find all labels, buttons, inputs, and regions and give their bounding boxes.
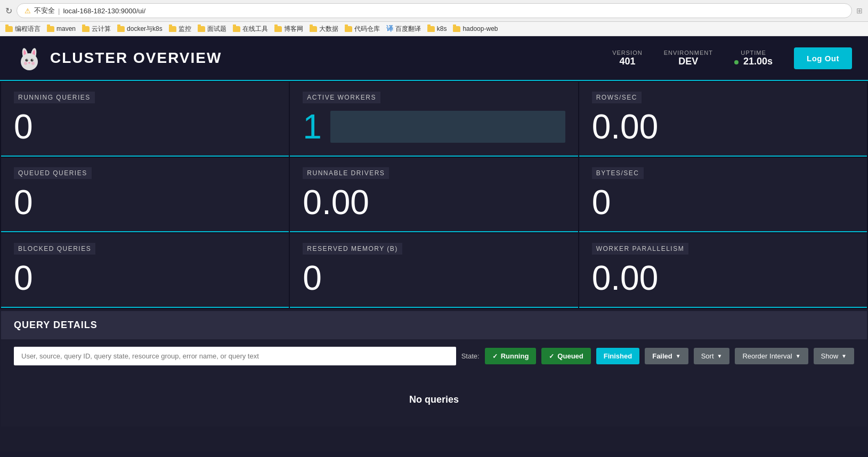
bookmark-label: 百度翻译	[395, 25, 421, 34]
bookmark-bkw[interactable]: 博客网	[274, 25, 303, 34]
filter-failed-button[interactable]: Failed ▼	[645, 348, 688, 364]
check-icon: ✓	[549, 353, 554, 360]
bookmark-label: 大数据	[319, 25, 338, 34]
filter-queued-button[interactable]: ✓ Queued	[541, 348, 590, 364]
filter-running-button[interactable]: ✓ Running	[485, 348, 537, 364]
bookmark-label: docker与k8s	[127, 25, 163, 34]
warning-text: 不安全	[34, 6, 55, 15]
bookmark-label: maven	[56, 25, 76, 32]
bookmark-maven[interactable]: maven	[47, 25, 76, 32]
bookmark-mianshiti[interactable]: 面试题	[198, 25, 226, 34]
folder-icon	[233, 26, 240, 32]
folder-icon	[274, 26, 282, 32]
stat-label-bytes: BYTES/SEC	[592, 167, 644, 179]
svg-point-4	[21, 53, 38, 70]
folder-icon	[310, 26, 317, 32]
app-container: CLUSTER OVERVIEW VERSION 401 ENVIRONMENT…	[0, 36, 868, 452]
bookmark-label: 代码仓库	[354, 25, 380, 34]
stat-label-rows: ROWS/SEC	[592, 92, 642, 103]
bookmark-docker[interactable]: docker与k8s	[117, 25, 163, 34]
bookmark-label: hadoop-web	[463, 25, 498, 32]
failed-label: Failed	[652, 352, 672, 360]
app-title: CLUSTER OVERVIEW	[50, 50, 222, 67]
uptime-info: UPTIME 21.00s	[734, 50, 773, 67]
folder-icon	[117, 26, 125, 32]
reload-icon[interactable]: ↻	[5, 6, 12, 16]
environment-value: DEV	[664, 56, 713, 67]
logo-area: CLUSTER OVERVIEW	[16, 45, 612, 71]
bookmark-yuanjisuan[interactable]: 云计算	[82, 25, 111, 34]
query-details-section: QUERY DETAILS State: ✓ Running ✓ Queued …	[1, 311, 867, 427]
version-info: VERSION 401	[612, 50, 643, 67]
workers-content: 1	[303, 110, 565, 144]
check-icon: ✓	[492, 353, 498, 360]
bookmark-label: 在线工具	[242, 25, 268, 34]
finished-label: Finished	[604, 352, 632, 360]
environment-info: ENVIRONMENT DEV	[664, 50, 713, 67]
bookmark-hadoopweb[interactable]: hadoop-web	[453, 25, 498, 32]
stat-label-blocked: BLOCKED QUERIES	[14, 243, 95, 255]
svg-point-7	[27, 59, 28, 60]
reorder-interval-button[interactable]: Reorder Interval ▼	[735, 348, 808, 364]
sort-button[interactable]: Sort ▼	[694, 348, 730, 364]
bookmark-coderepo[interactable]: 代码仓库	[345, 25, 380, 34]
stat-value-queued: 0	[14, 185, 276, 219]
stat-value-parallelism: 0.00	[592, 261, 854, 295]
bookmark-k8s[interactable]: k8s	[427, 25, 447, 32]
stat-value-running: 0	[14, 110, 276, 144]
bookmark-jiankong[interactable]: 监控	[169, 25, 191, 34]
folder-icon	[169, 26, 176, 32]
bookmark-bianchengyuyan[interactable]: 编程语言	[5, 25, 40, 34]
filter-finished-button[interactable]: Finished	[596, 348, 639, 364]
url-text: local-168-182-130:9000/ui/	[63, 7, 145, 15]
url-separator: |	[58, 7, 60, 15]
header-meta: VERSION 401 ENVIRONMENT DEV UPTIME 21.00…	[612, 47, 852, 69]
extension-icon[interactable]: ⊞	[856, 6, 863, 15]
folder-icon	[47, 26, 54, 32]
uptime-dot	[734, 60, 739, 64]
svg-point-5	[26, 59, 28, 62]
stat-label-parallelism: WORKER PARALLELISM	[592, 243, 688, 255]
stat-queued-queries: QUEUED QUERIES 0	[1, 158, 289, 232]
queued-label: Queued	[557, 352, 583, 360]
version-label: VERSION	[612, 50, 643, 56]
stat-label-drivers: RUNNABLE DRIVERS	[303, 167, 389, 179]
no-queries-text: No queries	[1, 373, 867, 427]
svg-point-9	[28, 62, 30, 63]
svg-point-6	[31, 59, 34, 62]
query-details-header: QUERY DETAILS	[1, 311, 867, 339]
folder-icon	[5, 26, 13, 32]
uptime-value: 21.00s	[734, 56, 773, 67]
bookmark-dashuju[interactable]: 大数据	[310, 25, 338, 34]
stat-reserved-memory: RESERVED MEMORY (B) 0	[290, 233, 578, 308]
svg-point-10	[24, 62, 27, 65]
stat-value-bytes: 0	[592, 185, 854, 219]
folder-icon	[198, 26, 205, 32]
folder-icon	[82, 26, 90, 32]
stat-label-running: RUNNING QUERIES	[14, 92, 95, 103]
stat-active-workers: ACTIVE WORKERS 1	[290, 82, 578, 157]
show-button[interactable]: Show ▼	[814, 348, 854, 364]
bookmark-label: k8s	[437, 25, 447, 32]
stat-blocked-queries: BLOCKED QUERIES 0	[1, 233, 289, 308]
reorder-label: Reorder Interval	[742, 352, 792, 360]
bookmark-zaixiangongju[interactable]: 在线工具	[233, 25, 268, 34]
browser-bar: ↻ ⚠ 不安全 | local-168-182-130:9000/ui/ ⊞	[0, 0, 868, 22]
svg-point-11	[31, 62, 35, 65]
query-toolbar: State: ✓ Running ✓ Queued Finished Faile…	[1, 339, 867, 373]
stat-label-memory: RESERVED MEMORY (B)	[303, 243, 402, 255]
stat-value-blocked: 0	[14, 261, 276, 295]
state-label: State:	[461, 352, 480, 360]
show-label: Show	[821, 352, 839, 360]
stat-running-queries: RUNNING QUERIES 0	[1, 82, 289, 157]
warning-icon: ⚠	[25, 7, 31, 15]
bookmark-baidu[interactable]: 译 百度翻译	[386, 24, 421, 34]
version-value: 401	[612, 56, 643, 67]
svg-point-8	[32, 59, 33, 60]
workers-value: 1	[303, 110, 322, 144]
query-search-input[interactable]	[14, 347, 456, 365]
stat-worker-parallelism: WORKER PARALLELISM 0.00	[579, 233, 867, 308]
logout-button[interactable]: Log Out	[794, 47, 852, 69]
url-bar[interactable]: ⚠ 不安全 | local-168-182-130:9000/ui/	[17, 3, 852, 18]
bookmark-label: 云计算	[92, 25, 111, 34]
